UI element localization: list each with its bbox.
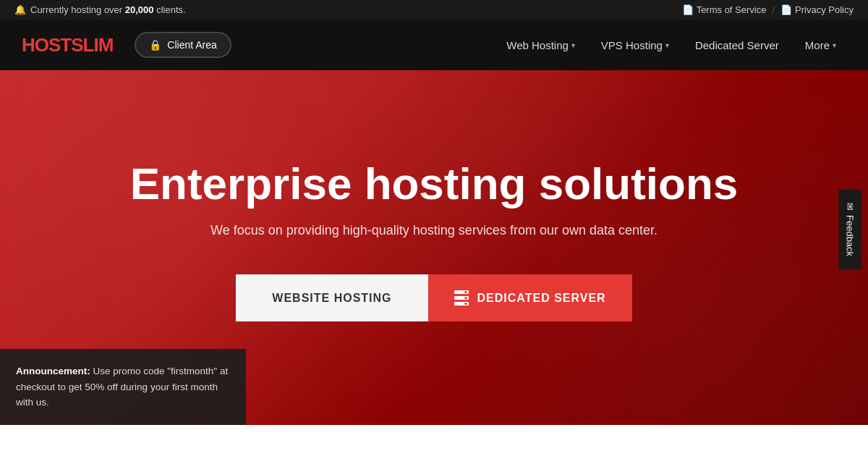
feedback-icon: ✉ <box>844 203 855 211</box>
cta-row: WEBSITE HOSTING DEDICATED SERVER <box>236 274 631 321</box>
nav-more[interactable]: More ▾ <box>795 33 846 57</box>
dedicated-server-button[interactable]: DEDICATED SERVER <box>428 274 632 321</box>
client-area-label: Client Area <box>167 39 216 51</box>
announcement-prefix: Announcement: <box>16 366 90 376</box>
announcement-box: Announcement: Use promo code "firstmonth… <box>0 349 246 425</box>
logo-slim: SLIM <box>71 34 113 56</box>
logo[interactable]: HOSTSLIM <box>22 34 113 56</box>
top-bar-links: 📄 Terms of Service / 📄 Privacy Policy <box>682 4 854 15</box>
hero-section: Enterprise hosting solutions We focus on… <box>0 70 868 425</box>
logo-host: HOST <box>22 34 71 56</box>
terms-link[interactable]: 📄 Terms of Service <box>682 4 767 15</box>
divider: / <box>772 4 775 15</box>
main-nav: Web Hosting ▾ VPS Hosting ▾ Dedicated Se… <box>496 33 846 57</box>
chevron-down-icon: ▾ <box>833 41 836 49</box>
privacy-icon: 📄 <box>780 4 792 15</box>
terms-icon: 📄 <box>682 4 694 15</box>
hosting-text: Currently hosting over 20,000 clients. <box>30 4 186 15</box>
nav-vps-hosting[interactable]: VPS Hosting ▾ <box>591 33 679 57</box>
chevron-down-icon: ▾ <box>571 41 575 49</box>
hero-subtitle: We focus on providing high-quality hosti… <box>210 223 658 238</box>
feedback-label: Feedback <box>844 215 855 256</box>
hero-title: Enterprise hosting solutions <box>130 159 739 209</box>
client-area-button[interactable]: 🔒 Client Area <box>135 32 231 58</box>
lock-icon: 🔒 <box>149 39 161 51</box>
bell-icon: 🔔 <box>14 4 26 15</box>
hosting-notice: 🔔 Currently hosting over 20,000 clients. <box>14 4 186 15</box>
server-icon <box>454 290 469 306</box>
website-hosting-button[interactable]: WEBSITE HOSTING <box>236 274 427 321</box>
nav-web-hosting[interactable]: Web Hosting ▾ <box>496 33 585 57</box>
privacy-link[interactable]: 📄 Privacy Policy <box>780 4 854 15</box>
chevron-down-icon: ▾ <box>665 41 669 49</box>
feedback-tab[interactable]: ✉ Feedback <box>838 190 861 269</box>
nav-dedicated-server[interactable]: Dedicated Server <box>685 33 789 57</box>
top-bar: 🔔 Currently hosting over 20,000 clients.… <box>0 0 868 20</box>
header: HOSTSLIM 🔒 Client Area Web Hosting ▾ VPS… <box>0 20 868 70</box>
